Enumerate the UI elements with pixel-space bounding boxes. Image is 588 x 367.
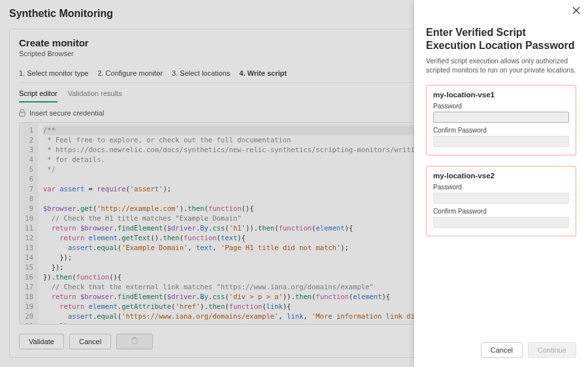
lock-icon <box>19 109 25 117</box>
password-label: Password <box>433 184 569 191</box>
step-locations[interactable]: 3. Select locations <box>172 69 230 77</box>
panel-title: Enter Verified Script Execution Location… <box>426 26 576 52</box>
panel-footer: Cancel Continue <box>426 334 576 358</box>
password-label: Password <box>433 103 569 110</box>
line-gutter: 1234567891011121314151617181920212223 <box>20 123 38 324</box>
panel-cancel-button[interactable]: Cancel <box>481 342 523 358</box>
location-block-2: my-location-vse2 Password Confirm Passwo… <box>426 166 576 236</box>
step-select-type[interactable]: 1. Select monitor type <box>19 69 88 77</box>
confirm-password-input[interactable] <box>433 217 569 228</box>
step-write-script[interactable]: 4. Write script <box>239 69 287 77</box>
vse-password-panel: Enter Verified Script Execution Location… <box>414 0 588 367</box>
confirm-password-label: Confirm Password <box>433 208 569 215</box>
svg-rect-0 <box>20 112 25 116</box>
password-input[interactable] <box>433 193 569 204</box>
close-button[interactable] <box>572 7 580 14</box>
tab-script-editor[interactable]: Script editor <box>19 89 57 103</box>
location-block-1: my-location-vse1 Password Confirm Passwo… <box>426 85 576 155</box>
cancel-button[interactable]: Cancel <box>69 334 111 349</box>
panel-description: Verified script execution allows only au… <box>426 56 576 74</box>
confirm-password-label: Confirm Password <box>433 127 569 134</box>
tab-validation-results[interactable]: Validation results <box>68 89 122 103</box>
validate-button[interactable]: Validate <box>19 334 64 349</box>
confirm-password-input[interactable] <box>433 136 569 147</box>
spinner-icon <box>131 338 138 344</box>
close-icon <box>572 7 580 14</box>
panel-continue-button[interactable]: Continue <box>528 342 576 358</box>
location-name: my-location-vse2 <box>433 172 569 180</box>
loading-button <box>116 334 153 349</box>
password-input[interactable] <box>433 112 569 123</box>
step-configure[interactable]: 2. Configure monitor <box>97 69 163 77</box>
insert-credential-label: Insert secure credential <box>29 109 104 117</box>
location-name: my-location-vse1 <box>433 91 569 99</box>
